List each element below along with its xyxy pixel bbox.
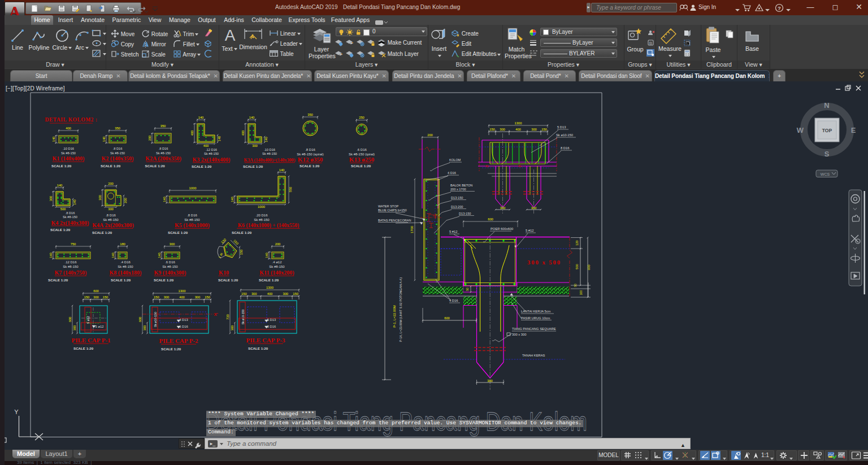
svg-text:K11 (140x200): K11 (140x200)	[259, 270, 294, 276]
svg-text:140: 140	[231, 197, 234, 202]
svg-text:D13-150: D13-150	[451, 196, 463, 199]
svg-text:K13 ø250: K13 ø250	[349, 156, 375, 163]
svg-text:WCS: WCS	[821, 172, 830, 176]
svg-text:180: 180	[120, 242, 125, 246]
svg-text:300: 300	[195, 295, 201, 299]
svg-text:SCALE 1:20: SCALE 1:20	[168, 231, 188, 234]
svg-text:300: 300	[170, 242, 175, 246]
svg-text:K6 (140x1000) + (140x550): K6 (140x1000) + (140x550)	[238, 223, 300, 229]
svg-text:140: 140	[163, 197, 166, 202]
svg-text:K5 (140x1000): K5 (140x1000)	[175, 222, 210, 229]
svg-text:4 D13: 4 D13	[179, 318, 188, 321]
svg-text:B: B	[649, 41, 652, 46]
svg-text:.4 ø12: .4 ø12	[272, 260, 282, 264]
svg-text:300: 300	[251, 292, 257, 295]
svg-text:Sk #8-150: Sk #8-150	[61, 151, 76, 155]
svg-text:140: 140	[265, 253, 268, 258]
svg-text:500: 500	[60, 207, 66, 211]
svg-text:Sk ø10-150: Sk ø10-150	[556, 133, 573, 137]
svg-text:1700: 1700	[410, 226, 414, 233]
svg-text:4 D16: 4 D16	[449, 299, 458, 302]
svg-text:SCALE 1:20: SCALE 1:20	[145, 164, 166, 168]
svg-text:Sk #8-150: Sk #8-150	[204, 152, 219, 155]
svg-text:1300: 1300	[266, 286, 274, 289]
svg-text:350: 350	[115, 127, 120, 130]
svg-text:150: 150	[489, 128, 495, 131]
svg-text:SCALE 1:20: SCALE 1:20	[192, 164, 212, 168]
svg-text:Sk #8-150: Sk #8-150	[162, 265, 178, 268]
svg-text:120: 120	[575, 240, 579, 245]
svg-text:50: 50	[466, 288, 469, 291]
svg-text:Sk #8-150 (spiral): Sk #8-150 (spiral)	[297, 153, 323, 156]
svg-text:W: W	[797, 126, 804, 134]
svg-text:300: 300	[283, 292, 288, 295]
svg-text:KOLOM: KOLOM	[449, 158, 461, 162]
svg-text:150: 150	[84, 295, 90, 299]
svg-text:300: 300	[252, 144, 258, 147]
svg-text:600: 600	[68, 317, 72, 323]
svg-text:200: 200	[124, 198, 127, 203]
svg-text:200: 200	[275, 242, 281, 246]
svg-text:400: 400	[515, 128, 521, 131]
svg-text:400: 400	[66, 127, 71, 130]
svg-text:140: 140	[249, 116, 255, 119]
svg-text:140: 140	[198, 116, 204, 119]
svg-text:SCALE 1:20: SCALE 1:20	[248, 346, 268, 350]
svg-text:600: 600	[444, 316, 450, 320]
svg-text:SCALE 1:20: SCALE 1:20	[161, 347, 181, 351]
svg-text:WATER STOP: WATER STOP	[378, 205, 399, 208]
svg-text:1300: 1300	[179, 289, 186, 293]
svg-text:300: 300	[531, 128, 537, 131]
svg-text:Sk #8-150: Sk #8-150	[262, 152, 277, 155]
svg-text:SCALE 1:20: SCALE 1:20	[259, 278, 279, 282]
svg-text:5 ø12: 5 ø12	[96, 325, 104, 328]
svg-text:.6 D16: .6 D16	[357, 148, 367, 151]
svg-text:K7 (140x750): K7 (140x750)	[55, 270, 87, 276]
svg-text:TIANG PANCANG SEQUARE: TIANG PANCANG SEQUARE	[512, 327, 556, 331]
svg-text:K9 (140x300): K9 (140x300)	[154, 270, 186, 276]
svg-text:E: E	[851, 126, 856, 134]
svg-text:140: 140	[52, 137, 55, 142]
svg-text:Sk #8-150: Sk #8-150	[156, 151, 171, 155]
svg-text:K4A 2x(200x300): K4A 2x(200x300)	[92, 222, 134, 229]
svg-text:K2 (140x350): K2 (140x350)	[102, 155, 134, 162]
svg-text:.10 D16: .10 D16	[63, 147, 74, 150]
svg-text:600: 600	[488, 218, 493, 221]
svg-text:PILE CAP P-1: PILE CAP P-1	[71, 337, 110, 344]
svg-text:K2A (200x350): K2A (200x350)	[145, 155, 181, 162]
svg-text:300: 300	[108, 207, 114, 211]
svg-text:1000: 1000	[189, 186, 197, 190]
svg-text:Sk #8-150: Sk #8-150	[63, 215, 77, 219]
svg-text:140: 140	[158, 253, 161, 258]
svg-text:Sk #8-150: Sk #8-150	[103, 218, 119, 221]
svg-text:P-1, L=22.00M: P-1, L=22.00M	[393, 305, 396, 328]
svg-text:300: 300	[73, 325, 76, 331]
svg-text:Sk #8-150: Sk #8-150	[184, 218, 200, 221]
svg-text:600: 600	[587, 264, 591, 270]
svg-text:X': X'	[214, 312, 218, 317]
svg-text:550: 550	[289, 187, 292, 193]
svg-text:A: A	[225, 27, 236, 44]
svg-text:200: 200	[427, 133, 433, 137]
svg-text:BALOK BETON: BALOK BETON	[450, 184, 472, 187]
svg-text:400: 400	[190, 131, 194, 136]
svg-text:150: 150	[154, 295, 159, 299]
svg-text:SCALE 1:20: SCALE 1:20	[51, 164, 72, 168]
svg-text:TOP: TOP	[822, 128, 832, 133]
svg-text:BLUE CHIPS b=150: BLUE CHIPS b=150	[378, 208, 407, 212]
svg-text:SCALE 1:20: SCALE 1:20	[48, 278, 68, 282]
svg-text:140: 140	[73, 199, 76, 205]
svg-text:400: 400	[179, 295, 185, 299]
svg-text:.12 D16: .12 D16	[206, 148, 217, 151]
svg-text:SCALE 1:20: SCALE 1:20	[111, 278, 131, 282]
svg-text:.4 D16: .4 D16	[120, 260, 131, 264]
svg-text:300: 300	[231, 325, 234, 331]
svg-text:140: 140	[218, 136, 221, 142]
svg-text:140: 140	[111, 253, 115, 258]
svg-text:POER 600x600: POER 600x600	[491, 227, 513, 231]
svg-text:350: 350	[160, 124, 166, 128]
svg-text:.10 D16: .10 D16	[264, 148, 275, 151]
svg-text:SCALE 1:20: SCALE 1:20	[243, 164, 263, 168]
svg-text:D13-200: D13-200	[451, 205, 463, 208]
svg-text:300: 300	[93, 295, 99, 299]
